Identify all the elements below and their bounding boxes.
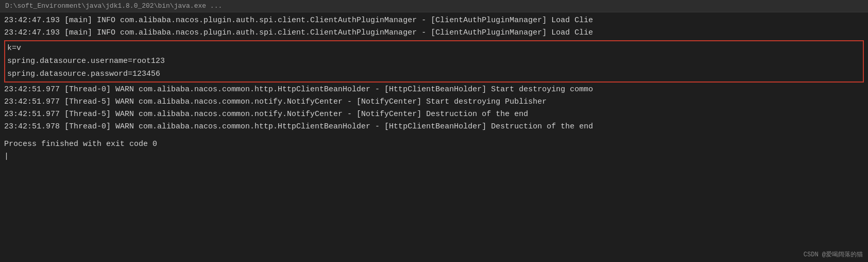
console-title: D:\soft_Environment\java\jdk1.8.0_202\bi…	[5, 2, 222, 10]
config-line-1: k=v	[7, 42, 861, 55]
log-line: 23:42:47.193 [main] INFO com.alibaba.nac…	[4, 27, 864, 39]
log-area: 23:42:47.193 [main] INFO com.alibaba.nac…	[0, 12, 868, 165]
log-text: 23:42:47.193 [main] INFO com.alibaba.nac…	[4, 28, 593, 37]
config-line-3: spring.datasource.password=123456	[7, 68, 861, 81]
log-text: 23:42:47.193 [main] INFO com.alibaba.nac…	[4, 16, 593, 25]
process-finished-text: Process finished with exit code 0	[4, 140, 157, 149]
warn-line-4: 23:42:51.978 [Thread-0] WARN com.alibaba…	[4, 121, 864, 133]
watermark: CSDN @爱喝阔落的猫	[804, 250, 863, 259]
warn-text-3: 23:42:51.977 [Thread-5] WARN com.alibaba…	[4, 110, 528, 119]
warn-text-1: 23:42:51.977 [Thread-0] WARN com.alibaba…	[4, 85, 593, 94]
config-text-3: spring.datasource.password=123456	[7, 70, 160, 78]
config-line-2: spring.datasource.username=root123	[7, 55, 861, 68]
warn-line-1: 23:42:51.977 [Thread-0] WARN com.alibaba…	[4, 84, 864, 96]
log-line: 23:42:47.193 [main] INFO com.alibaba.nac…	[4, 14, 864, 27]
warn-text-4: 23:42:51.978 [Thread-0] WARN com.alibaba…	[4, 122, 593, 131]
config-text-1: k=v	[7, 44, 21, 53]
cursor: |	[4, 152, 9, 161]
process-finished-line: Process finished with exit code 0	[4, 138, 864, 151]
console-title-bar: D:\soft_Environment\java\jdk1.8.0_202\bi…	[0, 0, 868, 12]
warn-line-3: 23:42:51.977 [Thread-5] WARN com.alibaba…	[4, 108, 864, 121]
console-window: D:\soft_Environment\java\jdk1.8.0_202\bi…	[0, 0, 868, 262]
highlighted-config-block: k=v spring.datasource.username=root123 s…	[4, 40, 864, 83]
cursor-line: |	[4, 151, 864, 163]
config-text-2: spring.datasource.username=root123	[7, 57, 165, 66]
warn-line-2: 23:42:51.977 [Thread-5] WARN com.alibaba…	[4, 96, 864, 108]
warn-text-2: 23:42:51.977 [Thread-5] WARN com.alibaba…	[4, 97, 547, 106]
